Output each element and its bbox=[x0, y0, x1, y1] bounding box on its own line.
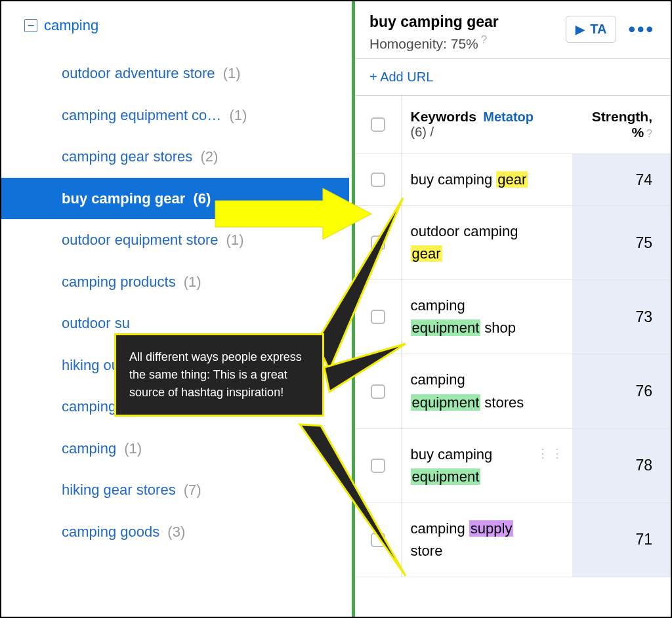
row-checkbox[interactable] bbox=[371, 459, 385, 473]
row-checkbox[interactable] bbox=[371, 236, 385, 250]
row-checkbox[interactable] bbox=[371, 384, 385, 399]
add-url-button[interactable]: + Add URL bbox=[355, 59, 671, 96]
row-checkbox[interactable] bbox=[371, 533, 385, 547]
table-row: camping equipment stores76 bbox=[355, 354, 671, 428]
keyword-cell[interactable]: buy camping equipment⋮⋮ bbox=[401, 428, 572, 503]
keyword-tree-panel: − camping outdoor adventure store (1)cam… bbox=[1, 1, 349, 617]
keyword-cell[interactable]: outdoor camping gear bbox=[401, 206, 572, 280]
tree-item-count: (1) bbox=[116, 440, 142, 457]
keyword-detail-panel: buy camping gear Homogenity: 75%? ▶ TA •… bbox=[352, 1, 671, 617]
strength-cell: 78 bbox=[572, 428, 671, 503]
tree-item[interactable]: camping gear stores (2) bbox=[1, 136, 349, 178]
help-icon[interactable]: ? bbox=[478, 33, 487, 46]
tree-item-label: camping gear stores bbox=[62, 148, 192, 165]
help-icon[interactable]: ? bbox=[644, 128, 652, 139]
drag-handle-icon[interactable]: ⋮⋮ bbox=[537, 450, 566, 457]
strength-cell: 74 bbox=[572, 154, 671, 206]
keyword-cell[interactable]: buy camping gear bbox=[401, 154, 572, 206]
play-icon: ▶ bbox=[576, 22, 585, 37]
strength-header[interactable]: Strength, %? bbox=[573, 109, 652, 140]
keyword-cell[interactable]: camping equipment stores bbox=[401, 354, 572, 428]
tree-item-label: outdoor adventure store bbox=[62, 65, 215, 81]
tree-item-count: (1) bbox=[219, 232, 244, 248]
tree-item-label: camping products bbox=[62, 274, 176, 290]
keyword-cell[interactable]: camping supply store bbox=[401, 503, 572, 577]
row-checkbox[interactable] bbox=[371, 310, 385, 324]
keyword-cell[interactable]: camping equipment shop bbox=[401, 280, 572, 354]
tree-root-label: camping bbox=[44, 17, 98, 34]
tree-item-label: buy camping gear bbox=[62, 190, 185, 207]
strength-cell: 71 bbox=[572, 503, 671, 577]
tree-item-count: (3) bbox=[159, 524, 185, 540]
tree-item[interactable]: camping (1) bbox=[1, 428, 349, 470]
table-row: camping equipment shop73 bbox=[355, 280, 671, 354]
keywords-header[interactable]: Keywords Metatop (6) / bbox=[401, 96, 572, 154]
tree-item[interactable]: camping products (1) bbox=[1, 261, 349, 303]
tree-item-label: outdoor equipment store bbox=[62, 232, 219, 248]
tree-item-count: (2) bbox=[192, 148, 218, 165]
strength-cell: 76 bbox=[572, 354, 671, 428]
select-all-checkbox[interactable] bbox=[371, 117, 385, 132]
detail-title: buy camping gear bbox=[369, 13, 566, 31]
strength-cell: 73 bbox=[572, 280, 671, 354]
tree-item[interactable]: camping goods (3) bbox=[1, 511, 349, 553]
keywords-table: Keywords Metatop (6) / Strength, %? buy … bbox=[355, 96, 671, 577]
metatop-link[interactable]: Metatop bbox=[479, 110, 534, 124]
tree-item-label: camping goods bbox=[62, 524, 159, 540]
more-menu-icon[interactable]: ••• bbox=[616, 20, 660, 39]
tree-root[interactable]: − camping bbox=[1, 13, 349, 38]
tree-item-count: (7) bbox=[176, 482, 201, 498]
tree-item-count bbox=[130, 315, 134, 331]
annotation-callout: All different ways people express the sa… bbox=[114, 333, 324, 417]
tree-item[interactable]: outdoor equipment store (1) bbox=[1, 219, 349, 261]
tree-item-label: outdoor su bbox=[62, 315, 130, 331]
tree-item-label: camping equipment co… bbox=[62, 107, 221, 123]
tree-item-count: (6) bbox=[185, 190, 211, 207]
table-row: outdoor camping gear75 bbox=[355, 206, 671, 280]
tree-item-count: (1) bbox=[215, 65, 241, 81]
table-row: camping supply store71 bbox=[355, 503, 671, 577]
table-row: buy camping gear74 bbox=[355, 154, 671, 206]
tree-item-count: (1) bbox=[221, 107, 247, 123]
strength-cell: 75 bbox=[572, 206, 671, 280]
tree-item-count: (1) bbox=[176, 274, 201, 290]
row-checkbox[interactable] bbox=[371, 173, 385, 187]
homogenity-label: Homogenity: 75%? bbox=[369, 31, 566, 52]
tree-item-label: hiking gear stores bbox=[62, 482, 176, 498]
ta-button[interactable]: ▶ TA bbox=[566, 16, 616, 43]
tree-item[interactable]: camping equipment co… (1) bbox=[1, 94, 349, 136]
table-row: buy camping equipment⋮⋮78 bbox=[355, 428, 671, 503]
tree-item-label: camping bbox=[62, 440, 116, 457]
tree-item[interactable]: hiking gear stores (7) bbox=[1, 469, 349, 511]
collapse-icon[interactable]: − bbox=[24, 19, 37, 32]
tree-item[interactable]: outdoor adventure store (1) bbox=[1, 52, 349, 94]
tree-item[interactable]: buy camping gear (6) bbox=[1, 178, 349, 220]
